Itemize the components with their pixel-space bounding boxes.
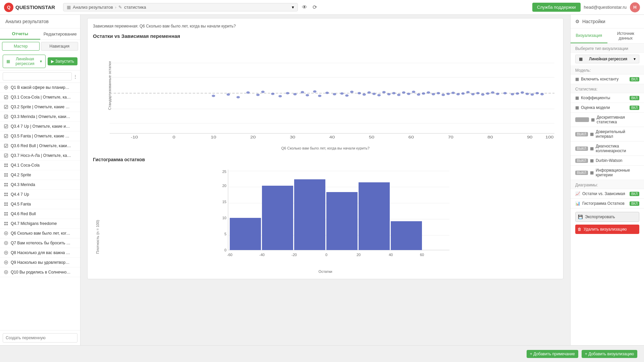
svg-text:80: 80 <box>487 135 493 139</box>
sidebar-item-icon-q3.7 <box>3 153 9 158</box>
sidebar-item-q9[interactable]: Q9 Насколько вы удовлетворены ст... <box>0 258 80 267</box>
sidebar-item-text-q4.3: Q4.3 Merinda <box>11 182 35 187</box>
sidebar-item-q3.6[interactable]: Q3.6 Red Bull | Отметьте, какие из ни... <box>0 141 80 151</box>
stats-ci-toggle[interactable]: ВЫКЛ <box>575 132 588 136</box>
sidebar-tools: ▦ Линейная регрессия ▾ ▶ Запустить <box>0 53 80 70</box>
histogram-title: Гистограмма остатков <box>93 157 558 162</box>
stats-info-row: ВЫКЛ ▦ Информационные критерии <box>571 166 644 180</box>
svg-point-108 <box>372 93 376 95</box>
model-konstanta-toggle[interactable]: ВКЛ <box>630 77 639 81</box>
sidebar-item-icon-q4.4 <box>3 192 9 197</box>
svg-text:-10: -10 <box>131 135 138 139</box>
tab-visualization[interactable]: Визуализация <box>571 28 607 43</box>
eye-icon-btn[interactable]: 👁 <box>301 3 309 12</box>
sidebar-item-q4.7[interactable]: Q4.7 Michigans freedome <box>0 219 80 229</box>
svg-text:0: 0 <box>172 135 175 139</box>
breadcrumb-section[interactable]: Анализ результатов <box>73 5 113 10</box>
sidebar-item-q4.1[interactable]: Q4.1 Coca-Cola <box>0 161 80 170</box>
sidebar-item-q3.5[interactable]: Q3.5 Fanta | Отметьте, какие из ниже... <box>0 131 80 141</box>
viz-type-section-label: Выберите тип визуализации <box>571 44 644 53</box>
delete-visualization-button[interactable]: 🗑 Удалить визуализацию <box>575 225 639 234</box>
svg-point-122 <box>441 94 445 96</box>
stats-dw-label: ВЫКЛ ▦ Durbin-Watson <box>575 158 623 163</box>
sidebar-item-q1[interactable]: Q1 В какой сфере вы планировали п... <box>0 83 80 93</box>
stats-dw-toggle[interactable]: ВЫКЛ <box>575 159 588 163</box>
svg-rect-43 <box>4 212 6 214</box>
stats-coefficients-toggle[interactable]: ВКЛ <box>630 96 639 100</box>
sidebar-item-q4.4[interactable]: Q4.4 7 Up <box>0 190 80 199</box>
sidebar-item-q4.6[interactable]: Q4.6 Red Bull <box>0 209 80 219</box>
svg-point-89 <box>246 92 250 94</box>
create-variable-input[interactable] <box>3 333 77 343</box>
tab-reports[interactable]: Отчеты <box>0 28 40 40</box>
svg-text:15: 15 <box>222 200 226 204</box>
right-panel-tabs: Визуализация Источник данных <box>571 28 644 44</box>
viz-type-selector[interactable]: ▦ Линейная регрессия ▾ <box>575 55 639 63</box>
add-visualization-button[interactable]: + Добавить визуализацию <box>582 350 637 358</box>
sidebar-item-q10[interactable]: Q10 Вы родились в Солнечной систе... <box>0 267 80 277</box>
sidebar-item-q3.4[interactable]: Q3.4 7 Up | Отметьте, какие из нижеп... <box>0 122 80 131</box>
sidebar-item-q3.7[interactable]: Q3.7 Носз-А-Ла | Отметьте, какие из ... <box>0 151 80 161</box>
svg-rect-32 <box>6 183 8 184</box>
app-name: QUESTIONSTAR <box>15 4 55 10</box>
sidebar-item-icon-q4.2 <box>3 172 9 178</box>
subtab-master[interactable]: Мастер <box>2 42 40 51</box>
histogram-x-label: Остатки <box>319 269 332 274</box>
tab-edit[interactable]: Редактирование <box>40 28 80 40</box>
stats-info-toggle[interactable]: ВЫКЛ <box>575 171 588 175</box>
stats-model-eval-toggle[interactable]: ВКЛ <box>630 106 639 110</box>
settings-gear-icon: ⚙ <box>575 19 580 24</box>
svg-point-113 <box>397 94 400 96</box>
search-more-btn[interactable]: ⋮ <box>73 74 77 79</box>
run-button[interactable]: ▶ Запустить <box>48 57 77 65</box>
sidebar-item-q4.2[interactable]: Q4.2 Sprite <box>0 170 80 180</box>
svg-rect-50 <box>6 224 8 225</box>
sidebar-search-bar: ⋮ <box>0 70 80 83</box>
svg-point-127 <box>466 91 470 94</box>
sidebar-item-q3.1[interactable]: Q3.1 Coca-Cola | Отметьте, какие из ... <box>0 93 80 102</box>
add-note-button[interactable]: + Добавить примечание <box>527 350 578 358</box>
svg-point-52 <box>5 233 7 234</box>
svg-point-87 <box>226 94 230 96</box>
support-button[interactable]: Служба поддержки <box>532 3 581 12</box>
sidebar-item-q3.3[interactable]: Q3.3 Merinda | Отметьте, какие из ни... <box>0 112 80 122</box>
svg-rect-34 <box>6 185 8 186</box>
export-button[interactable]: 💾 Экспортировать <box>575 212 639 222</box>
diag-residuals-toggle[interactable]: ВКЛ <box>630 192 639 196</box>
sidebar-item-q6[interactable]: Q6 Сколько вам было лет, когда вы ... <box>0 229 80 238</box>
sidebar-item-icon-q4.6 <box>3 211 9 217</box>
histogram-bar-1 <box>230 218 261 250</box>
sidebar-item-icon-q8 <box>3 250 9 255</box>
breadcrumb-page[interactable]: статистика <box>124 5 146 10</box>
sidebar-item-q4.3[interactable]: Q4.3 Merinda <box>0 180 80 190</box>
svg-point-99 <box>318 95 321 97</box>
svg-line-13 <box>6 125 7 127</box>
svg-point-96 <box>301 91 304 94</box>
svg-point-101 <box>333 93 336 96</box>
breadcrumb-dropdown-icon[interactable]: ▾ <box>292 5 294 10</box>
sidebar-item-icon-q7 <box>3 240 9 246</box>
svg-point-138 <box>526 93 529 95</box>
sidebar-item-q7[interactable]: Q7 Вам хотелось бы бросить курить? <box>0 238 80 248</box>
topbar: Q QUESTIONSTAR ▦ Анализ результатов › ✎ … <box>0 0 644 15</box>
search-input[interactable] <box>3 72 72 80</box>
sidebar-item-q4.5[interactable]: Q4.5 Fanta <box>0 199 80 209</box>
svg-point-104 <box>350 91 354 93</box>
svg-rect-24 <box>6 164 8 165</box>
sidebar-title: Анализ результатов <box>0 15 80 28</box>
dep-var-label: Зависимая переменная: Q6 Сколько вам был… <box>93 24 558 28</box>
model-konstanta-label: ▦ Включить константу <box>575 77 619 81</box>
diag-histogram-toggle[interactable]: ВКЛ <box>630 201 639 206</box>
tab-datasource[interactable]: Источник данных <box>607 28 644 43</box>
stats-collinear-row: ВЫКЛ ▦ Диагностика коллинеарности <box>571 141 644 156</box>
subtab-navigation[interactable]: Навигация <box>41 42 78 51</box>
stats-desc-toggle-off[interactable]: ВЫКЛ <box>575 117 589 122</box>
scatter-plot-container: Стандартизованные остатки 30 20 <box>93 43 558 150</box>
stats-model-eval-label: ▦ Оценка модели <box>575 105 610 110</box>
stats-collinear-toggle[interactable]: ВЫКЛ <box>575 146 588 151</box>
sidebar-item-q3.2[interactable]: Q3.2 Sprite | Отметьте, какие из ниже... <box>0 102 80 112</box>
sidebar-item-icon-q4.1 <box>3 163 9 168</box>
refresh-icon-btn[interactable]: ⟳ <box>311 3 318 12</box>
regression-selector[interactable]: ▦ Линейная регрессия ▾ <box>3 55 46 68</box>
sidebar-item-q8[interactable]: Q8 Насколько для вас важна поддер... <box>0 248 80 258</box>
